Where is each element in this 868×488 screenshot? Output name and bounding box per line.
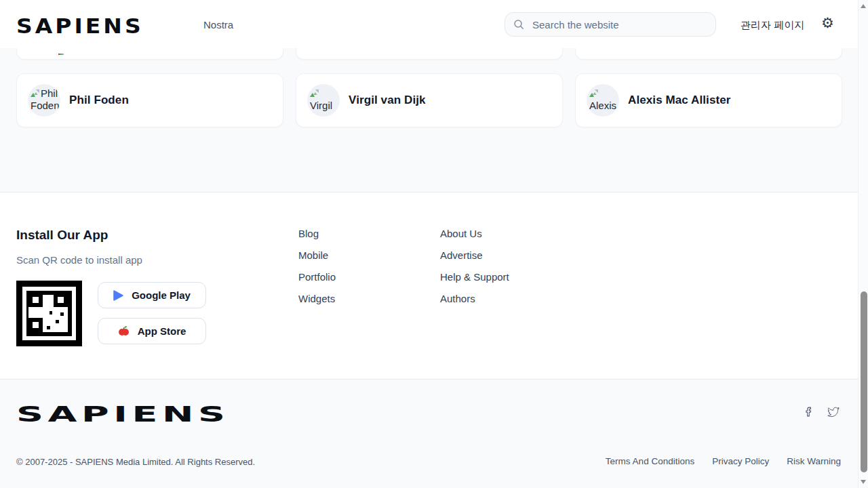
twitter-icon[interactable]: [827, 405, 840, 418]
footer-link-help[interactable]: Help & Support: [440, 272, 509, 283]
site-logo[interactable]: SAPIENS: [16, 16, 144, 36]
footer-link-about[interactable]: About Us: [440, 228, 509, 239]
copyright-text: © 2007-2025 - SAPIENS Media Limited. All…: [16, 457, 255, 467]
player-card[interactable]: Virgil Virgil van Dijk: [296, 73, 563, 127]
app-store-button[interactable]: App Store: [98, 318, 206, 344]
apple-icon: [118, 325, 130, 337]
scrollbar-thumb[interactable]: [861, 291, 867, 472]
google-play-button[interactable]: Google Play: [98, 282, 206, 308]
footer-link-advertise[interactable]: Advertise: [440, 250, 509, 261]
google-play-icon: [113, 290, 123, 301]
footer-link-widgets[interactable]: Widgets: [298, 293, 336, 304]
footer: Install Our App Scan QR code to install …: [0, 192, 858, 379]
store-buttons: Google Play App Store: [98, 282, 206, 344]
scroll-down-arrow[interactable]: [861, 480, 866, 484]
avatar: Alexis: [587, 84, 619, 117]
settings-gear-icon[interactable]: ⚙: [821, 16, 834, 30]
footer-links-column-2: About Us Advertise Help & Support Author…: [440, 192, 509, 304]
install-app-subtitle: Scan QR code to install app: [16, 254, 288, 266]
admin-page-link[interactable]: 관리자 페이지: [741, 19, 804, 32]
player-card[interactable]: Alexis Alexis Mac Allister: [575, 73, 842, 127]
facebook-icon[interactable]: [803, 405, 814, 418]
social-icons: [803, 405, 840, 418]
image-remnant: [58, 54, 64, 55]
player-name: Phil Foden: [69, 94, 129, 107]
avatar: Phil Foden: [28, 84, 60, 117]
player-name: Virgil van Dijk: [349, 94, 426, 107]
footer-links-column-1: Blog Mobile Portfolio Widgets: [298, 192, 336, 304]
bottom-bar: SAPIENS © 2007-2025 - SAPIENS Media Limi…: [0, 379, 858, 488]
privacy-link[interactable]: Privacy Policy: [712, 456, 769, 466]
broken-image-icon: [31, 88, 40, 100]
footer-logo[interactable]: SAPIENS: [16, 403, 230, 425]
header: SAPIENS Nostra 관리자 페이지 ⚙: [0, 0, 858, 48]
install-app-title: Install Our App: [16, 228, 288, 243]
search-bar: [505, 12, 716, 37]
footer-link-mobile[interactable]: Mobile: [298, 250, 336, 261]
footer-link-blog[interactable]: Blog: [298, 228, 336, 239]
avatar-alt-text: Virgil: [310, 100, 332, 111]
site-name-label[interactable]: Nostra: [203, 19, 233, 30]
scroll-up-arrow[interactable]: [861, 4, 866, 8]
card-row: Phil Foden Phil Foden Virgil Virgil van …: [16, 73, 842, 127]
qr-code-image: [16, 281, 82, 346]
avatar: Virgil: [307, 84, 340, 117]
player-card[interactable]: Phil Foden Phil Foden: [16, 73, 283, 127]
player-name: Alexis Mac Allister: [628, 94, 731, 107]
risk-link[interactable]: Risk Warning: [787, 456, 841, 466]
install-app-section: Install Our App Scan QR code to install …: [16, 192, 288, 266]
search-input[interactable]: [531, 18, 707, 31]
google-play-label: Google Play: [132, 289, 191, 301]
footer-link-portfolio[interactable]: Portfolio: [298, 272, 336, 283]
broken-image-icon: [310, 88, 319, 100]
footer-link-authors[interactable]: Authors: [440, 293, 509, 304]
broken-image-icon: [589, 88, 599, 100]
app-store-label: App Store: [138, 325, 186, 337]
search-icon: [513, 19, 524, 30]
terms-link[interactable]: Terms And Conditions: [606, 456, 694, 466]
avatar-alt-text: Alexis: [589, 100, 616, 111]
scrollbar[interactable]: [858, 0, 868, 488]
legal-links: Terms And Conditions Privacy Policy Risk…: [606, 456, 841, 466]
